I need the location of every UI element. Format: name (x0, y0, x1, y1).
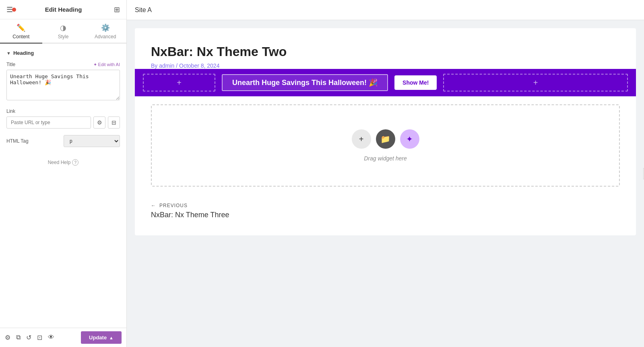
section-heading: ▼ Heading (6, 50, 120, 56)
section-arrow: ▼ (6, 51, 11, 56)
panel-footer: ⚙ ⧉ ↺ ⊡ 👁 Update ▲ (0, 328, 126, 347)
footer-icons: ⚙ ⧉ ↺ ⊡ 👁 (5, 334, 54, 341)
red-dot (12, 8, 16, 12)
content-tab-label: Content (12, 34, 29, 39)
html-tag-select[interactable]: p h1 h2 h3 h4 h5 h6 div span (64, 135, 120, 147)
previous-section: ← PREVIOUS NxBar: Nx Theme Three (135, 195, 636, 235)
link-clear-button[interactable]: ⊟ (108, 116, 120, 129)
banner-heading: Unearth Huge Savings This Halloween! 🎉 (222, 74, 388, 91)
site-title: Site A (135, 6, 152, 14)
update-chevron: ▲ (109, 335, 114, 340)
widget-area: + 📁 ✦ Drag widget here (151, 104, 620, 187)
page-content: NxBar: Nx Theme Two By admin / October 8… (135, 28, 636, 235)
panel-content: ▼ Heading Title ✦ Edit with AI Unearth H… (0, 44, 126, 328)
grid-icon[interactable]: ⊞ (114, 5, 120, 14)
history-footer-icon[interactable]: ↺ (26, 334, 31, 341)
content-tab-icon: ✏️ (17, 23, 25, 32)
tab-style[interactable]: ◑ Style (42, 19, 85, 43)
advanced-tab-icon: ⚙️ (101, 23, 110, 32)
article-header: NxBar: Nx Theme Two By admin / October 8… (135, 28, 636, 69)
style-tab-label: Style (58, 34, 69, 39)
folder-widget-button[interactable]: 📁 (376, 129, 395, 149)
purple-banner: + Unearth Huge Savings This Halloween! 🎉… (135, 69, 636, 96)
link-settings-button[interactable]: ⚙ (93, 116, 105, 129)
add-widget-button[interactable]: + (352, 129, 371, 149)
tab-content[interactable]: ✏️ Content (0, 19, 42, 43)
prev-title: NxBar: Nx Theme Three (151, 211, 620, 219)
need-help-label: Need Help (48, 160, 71, 165)
link-field-group: Link ⚙ ⊟ (6, 108, 120, 129)
settings-footer-icon[interactable]: ⚙ (5, 334, 10, 341)
html-tag-row: HTML Tag p h1 h2 h3 h4 h5 h6 div span (6, 135, 120, 147)
title-label-row: Title ✦ Edit with AI (6, 62, 120, 67)
panel-header: ☰ Edit Heading ⊞ (0, 0, 126, 19)
html-tag-label: HTML Tag (6, 138, 29, 144)
need-help[interactable]: Need Help ? (6, 159, 120, 166)
layers-footer-icon[interactable]: ⧉ (16, 334, 21, 341)
prev-label: PREVIOUS (159, 203, 188, 208)
left-panel: ☰ Edit Heading ⊞ ✏️ Content ◑ Style ⚙️ A… (0, 0, 127, 347)
link-input[interactable] (6, 116, 91, 129)
prev-arrow: ← (151, 203, 156, 208)
update-button[interactable]: Update ▲ (81, 331, 122, 344)
header-left: ☰ (6, 5, 13, 14)
tab-advanced[interactable]: ⚙️ Advanced (84, 19, 126, 43)
section-heading-label: Heading (13, 50, 34, 56)
right-area: ‹ Site A NxBar: Nx Theme Two By admin / … (127, 0, 644, 347)
panel-title: Edit Heading (13, 6, 114, 13)
top-bar: Site A (127, 0, 644, 20)
advanced-tab-label: Advanced (95, 34, 116, 39)
panel-tabs: ✏️ Content ◑ Style ⚙️ Advanced (0, 19, 126, 44)
article-title: NxBar: Nx Theme Two (151, 44, 620, 59)
title-label: Title (6, 62, 15, 67)
ai-widget-button[interactable]: ✦ (400, 129, 419, 149)
show-me-button[interactable]: Show Me! (394, 75, 437, 90)
responsive-footer-icon[interactable]: ⊡ (37, 334, 42, 341)
canvas: NxBar: Nx Theme Two By admin / October 8… (127, 20, 644, 347)
update-label: Update (89, 335, 107, 341)
drag-widget-text: Drag widget here (364, 155, 407, 162)
title-field-group: Title ✦ Edit with AI Unearth Huge Saving… (6, 62, 120, 102)
article-meta: By admin / October 8, 2024 (151, 62, 620, 69)
link-label: Link (6, 108, 120, 114)
eye-footer-icon[interactable]: 👁 (48, 334, 54, 341)
prev-link[interactable]: ← PREVIOUS (151, 203, 620, 208)
link-row: ⚙ ⊟ (6, 116, 120, 129)
widget-buttons: + 📁 ✦ (352, 129, 419, 149)
title-textarea[interactable]: Unearth Huge Savings This Halloween! 🎉 (6, 70, 120, 100)
help-icon: ? (72, 159, 78, 166)
style-tab-icon: ◑ (60, 23, 66, 32)
edit-ai-button[interactable]: ✦ Edit with AI (93, 62, 120, 67)
banner-add-left[interactable]: + (143, 74, 215, 91)
banner-add-right[interactable]: + (443, 74, 628, 91)
